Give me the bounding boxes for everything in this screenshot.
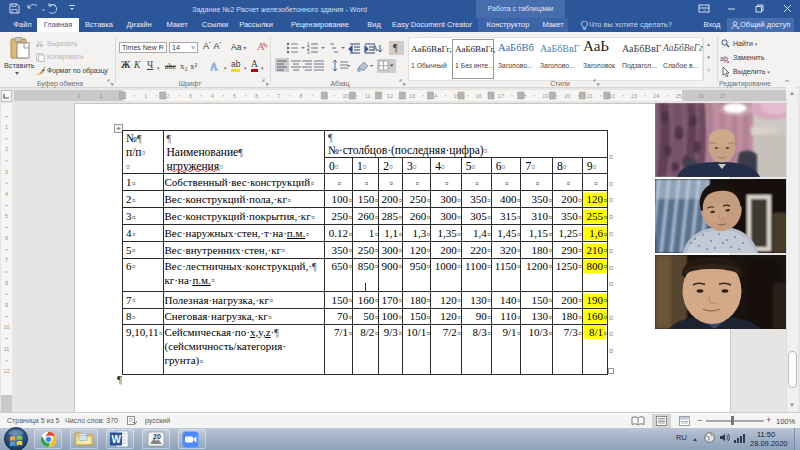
- svg-text:ab: ab: [720, 55, 728, 62]
- svg-text:27: 27: [720, 93, 726, 99]
- svg-text:23: 23: [631, 93, 637, 99]
- svg-text:4: 4: [211, 93, 214, 99]
- svg-text:8: 8: [5, 280, 8, 286]
- svg-text:16: 16: [476, 93, 482, 99]
- svg-text:7: 7: [277, 93, 280, 99]
- svg-text:20: 20: [564, 93, 570, 99]
- svg-text:1: 1: [5, 124, 8, 130]
- svg-text:9: 9: [5, 302, 8, 308]
- svg-text:26: 26: [698, 93, 704, 99]
- svg-text:6: 6: [5, 235, 8, 241]
- svg-text:21: 21: [587, 93, 593, 99]
- svg-text:13: 13: [409, 93, 415, 99]
- svg-text:11: 11: [4, 346, 10, 352]
- svg-text:1: 1: [100, 93, 103, 99]
- svg-text:3: 3: [5, 169, 8, 175]
- svg-text:17: 17: [498, 93, 504, 99]
- svg-text:А: А: [372, 44, 378, 53]
- svg-text:11: 11: [365, 93, 371, 99]
- svg-text:1: 1: [144, 93, 147, 99]
- svg-text:19: 19: [542, 93, 548, 99]
- svg-text:А: А: [257, 40, 265, 52]
- svg-text:4: 4: [5, 191, 8, 197]
- svg-text:3: 3: [307, 50, 310, 54]
- svg-text:2: 2: [78, 93, 81, 99]
- svg-text:12: 12: [387, 93, 393, 99]
- svg-text:W: W: [112, 434, 122, 445]
- svg-text:6: 6: [255, 93, 258, 99]
- svg-text:12: 12: [3, 368, 9, 374]
- svg-text:24: 24: [653, 93, 659, 99]
- svg-text:5: 5: [5, 213, 8, 219]
- svg-text:А: А: [210, 61, 218, 72]
- svg-text:5: 5: [233, 93, 236, 99]
- svg-text:2: 2: [166, 93, 169, 99]
- svg-text:2: 2: [5, 146, 8, 152]
- svg-text:10: 10: [3, 324, 9, 330]
- svg-text:8: 8: [300, 93, 303, 99]
- svg-text:10: 10: [342, 93, 348, 99]
- svg-text:3: 3: [189, 93, 192, 99]
- svg-text:7: 7: [5, 257, 8, 263]
- svg-text:25: 25: [675, 93, 681, 99]
